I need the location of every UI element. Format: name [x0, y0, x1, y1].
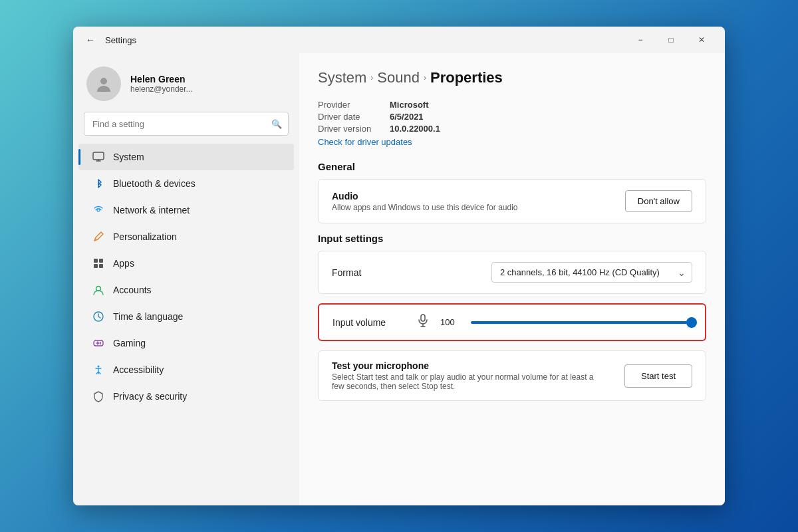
titlebar: ← Settings − □ ✕ — [73, 27, 725, 53]
sidebar-item-personalization-label: Personalization — [113, 231, 177, 242]
input-settings-title: Input settings — [318, 233, 706, 244]
sidebar-item-system-label: System — [113, 152, 144, 162]
apps-icon — [92, 257, 105, 270]
sidebar-item-accessibility[interactable]: Accessibility — [78, 356, 294, 383]
svg-rect-3 — [99, 259, 103, 263]
svg-rect-12 — [421, 315, 425, 321]
user-section: Helen Green helenz@yonder... — [73, 53, 299, 112]
audio-card-content: Audio Allow apps and Windows to use this… — [332, 191, 518, 212]
close-button[interactable]: ✕ — [686, 29, 717, 51]
format-select[interactable]: 2 channels, 16 bit, 44100 Hz (CD Quality… — [491, 262, 692, 283]
search-input[interactable] — [84, 112, 289, 136]
sidebar-item-bluetooth[interactable]: Bluetooth & devices — [78, 170, 294, 197]
sidebar-item-bluetooth-label: Bluetooth & devices — [113, 178, 196, 189]
user-email: helenz@yonder... — [130, 84, 193, 94]
gaming-icon — [92, 336, 105, 350]
volume-slider-wrap — [471, 321, 692, 324]
sidebar-item-accounts[interactable]: Accounts — [78, 277, 294, 303]
driver-date-value: 6/5/2021 — [390, 112, 424, 122]
audio-title: Audio — [332, 191, 518, 201]
sidebar-item-apps[interactable]: Apps — [78, 250, 294, 277]
volume-slider-thumb[interactable] — [686, 317, 697, 328]
svg-point-9 — [100, 342, 101, 343]
audio-description: Allow apps and Windows to use this devic… — [332, 203, 518, 212]
format-card: Format 2 channels, 16 bit, 44100 Hz (CD … — [318, 251, 706, 294]
provider-label: Provider — [318, 100, 384, 110]
sidebar-item-privacy-label: Privacy & security — [113, 391, 187, 402]
svg-rect-2 — [94, 259, 98, 263]
bluetooth-icon — [92, 177, 105, 190]
sidebar-item-time-label: Time & language — [113, 311, 183, 322]
sidebar-item-personalization[interactable]: Personalization — [78, 223, 294, 250]
main-panel: System › Sound › Properties Provider Mic… — [299, 53, 725, 505]
sidebar-item-network-label: Network & internet — [113, 205, 190, 215]
test-microphone-content: Test your microphone Select Start test a… — [332, 360, 598, 391]
personalization-icon — [92, 230, 105, 243]
search-box: 🔍 — [84, 112, 289, 136]
driver-date-label: Driver date — [318, 112, 384, 122]
window-controls: − □ ✕ — [625, 29, 717, 51]
format-label: Format — [332, 267, 361, 278]
format-select-wrap: 2 channels, 16 bit, 44100 Hz (CD Quality… — [491, 262, 692, 283]
svg-rect-4 — [94, 264, 98, 268]
breadcrumb-sep1: › — [370, 73, 373, 82]
sidebar-item-accounts-label: Accounts — [113, 285, 152, 295]
sidebar-item-apps-label: Apps — [113, 258, 134, 269]
general-section-title: General — [318, 161, 706, 172]
minimize-button[interactable]: − — [625, 29, 656, 51]
username: Helen Green — [130, 74, 193, 84]
input-volume-card: Input volume 100 — [318, 303, 706, 341]
content-area: Helen Green helenz@yonder... 🔍 System — [73, 53, 725, 505]
sidebar-item-gaming[interactable]: Gaming — [78, 330, 294, 356]
breadcrumb-system[interactable]: System — [318, 69, 366, 86]
driver-info: Provider Microsoft Driver date 6/5/2021 … — [318, 100, 706, 148]
driver-version-value: 10.0.22000.1 — [390, 124, 440, 134]
network-icon — [92, 203, 105, 217]
time-icon — [92, 310, 105, 323]
sidebar-item-system[interactable]: System — [78, 144, 294, 170]
dont-allow-button[interactable]: Don't allow — [625, 190, 692, 212]
input-volume-value: 100 — [440, 317, 459, 327]
start-test-button[interactable]: Start test — [624, 364, 692, 388]
avatar — [86, 66, 121, 101]
breadcrumb-sep2: › — [424, 73, 426, 82]
breadcrumb-sound[interactable]: Sound — [377, 69, 420, 86]
svg-point-10 — [100, 343, 101, 344]
test-microphone-description: Select Start test and talk or play audio… — [332, 372, 598, 391]
audio-card: Audio Allow apps and Windows to use this… — [318, 179, 706, 223]
sidebar: Helen Green helenz@yonder... 🔍 System — [73, 53, 299, 505]
sidebar-item-gaming-label: Gaming — [113, 338, 146, 348]
user-info: Helen Green helenz@yonder... — [130, 74, 193, 94]
volume-slider-track[interactable] — [471, 321, 692, 324]
window-title: Settings — [105, 35, 620, 45]
breadcrumb: System › Sound › Properties — [318, 69, 706, 86]
provider-value: Microsoft — [390, 100, 429, 110]
sidebar-item-privacy[interactable]: Privacy & security — [78, 383, 294, 410]
microphone-icon — [418, 314, 428, 331]
settings-window: ← Settings − □ ✕ Helen Green helenz@yond… — [73, 27, 725, 505]
back-button[interactable]: ← — [81, 31, 100, 49]
driver-date-row: Driver date 6/5/2021 — [318, 112, 706, 122]
accessibility-icon — [92, 363, 105, 376]
test-microphone-title: Test your microphone — [332, 360, 598, 371]
sidebar-item-time[interactable]: Time & language — [78, 303, 294, 330]
test-microphone-card: Test your microphone Select Start test a… — [318, 350, 706, 401]
driver-update-link[interactable]: Check for driver updates — [318, 137, 412, 147]
provider-row: Provider Microsoft — [318, 100, 706, 110]
accounts-icon — [92, 283, 105, 297]
svg-point-0 — [100, 78, 107, 84]
breadcrumb-current: Properties — [430, 69, 503, 86]
svg-rect-5 — [99, 264, 103, 268]
input-volume-label: Input volume — [332, 317, 406, 328]
maximize-button[interactable]: □ — [656, 29, 686, 51]
privacy-icon — [92, 390, 105, 403]
svg-point-11 — [98, 366, 100, 368]
sidebar-item-accessibility-label: Accessibility — [113, 364, 164, 375]
system-icon — [92, 150, 105, 164]
sidebar-item-network[interactable]: Network & internet — [78, 197, 294, 223]
driver-version-label: Driver version — [318, 124, 384, 134]
svg-rect-1 — [93, 152, 104, 160]
driver-version-row: Driver version 10.0.22000.1 — [318, 124, 706, 134]
